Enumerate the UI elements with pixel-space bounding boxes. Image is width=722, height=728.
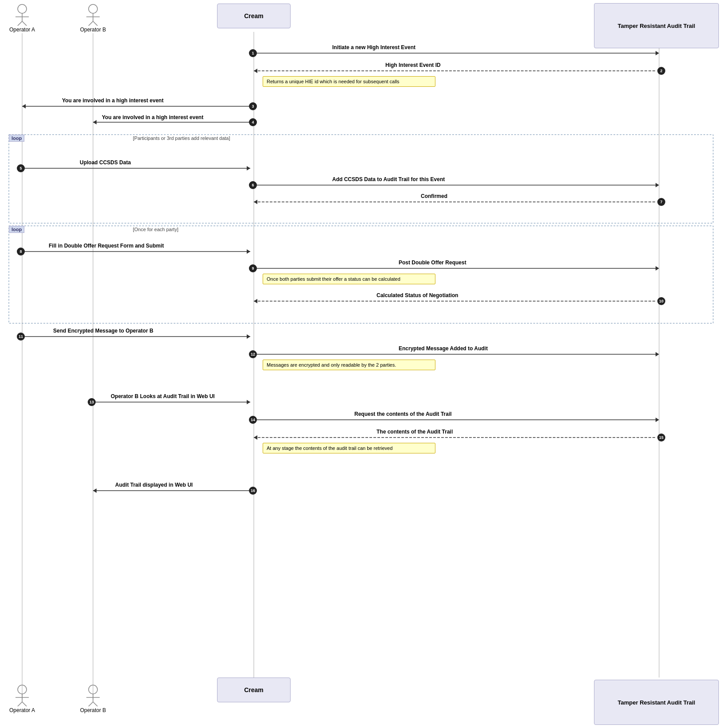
svg-line-47 xyxy=(93,21,98,26)
step-12-num: 12 xyxy=(249,350,257,358)
loop-2-condition: [Once for each party] xyxy=(133,227,179,232)
actor-operator-b-top: Operator B xyxy=(79,4,107,33)
step-12-label: Encrypted Message Added to Audit xyxy=(399,345,488,352)
actor-label-opA-top: Operator A xyxy=(8,27,36,33)
step-16-label: Audit Trail displayed in Web UI xyxy=(115,482,193,488)
svg-line-51 xyxy=(17,702,22,706)
svg-line-42 xyxy=(22,21,27,26)
svg-marker-31 xyxy=(247,400,250,404)
svg-marker-17 xyxy=(656,183,659,187)
svg-line-57 xyxy=(93,702,98,706)
svg-marker-9 xyxy=(254,69,257,73)
svg-marker-37 xyxy=(93,488,97,493)
svg-marker-13 xyxy=(93,120,97,124)
step-14-label: Request the contents of the Audit Trail xyxy=(354,411,452,417)
svg-marker-25 xyxy=(254,299,257,303)
step-11-num: 11 xyxy=(17,333,25,341)
step-1-num: 1 xyxy=(249,49,257,57)
svg-marker-19 xyxy=(254,200,257,204)
step-3-label: You are involved in a high interest even… xyxy=(62,97,163,104)
step-6-num: 6 xyxy=(249,181,257,189)
actor-label-opA-bottom: Operator A xyxy=(8,707,36,713)
step-8-num: 8 xyxy=(17,248,25,256)
actor-audit-top: Tamper Resistant Audit Trail xyxy=(594,3,719,48)
svg-line-56 xyxy=(88,702,93,706)
svg-marker-23 xyxy=(656,266,659,271)
actor-label-opB-top: Operator B xyxy=(79,27,107,33)
step-13-label: Operator B Looks at Audit Trail in Web U… xyxy=(111,393,215,399)
sequence-diagram: Operator A Operator B Cream Tamper Resis… xyxy=(0,0,722,728)
step-4-num: 4 xyxy=(249,118,257,126)
actor-operator-a-top: Operator A xyxy=(8,4,36,33)
step-13-num: 13 xyxy=(88,398,96,406)
actor-label-opB-bottom: Operator B xyxy=(79,707,107,713)
step-4-label: You are involved in a high interest even… xyxy=(102,114,203,120)
svg-line-46 xyxy=(88,21,93,26)
actor-cream-top: Cream xyxy=(217,4,291,28)
step-2-label: High Interest Event ID xyxy=(385,62,441,68)
loop-2-label: loop xyxy=(9,226,24,233)
svg-point-53 xyxy=(89,685,97,694)
svg-marker-29 xyxy=(656,352,659,356)
svg-point-43 xyxy=(89,4,97,13)
step-9-num: 9 xyxy=(249,264,257,272)
step-8-label: Fill in Double Offer Request Form and Su… xyxy=(49,243,164,249)
step-14-num: 14 xyxy=(249,416,257,424)
actor-audit-bottom: Tamper Resistant Audit Trail xyxy=(594,680,719,725)
note-encrypted: Messages are encrypted and only readable… xyxy=(263,360,435,370)
step-16-num: 16 xyxy=(249,487,257,495)
step-5-num: 5 xyxy=(17,164,25,172)
svg-point-48 xyxy=(18,685,27,694)
svg-point-38 xyxy=(18,4,27,13)
actor-operator-b-bottom: Operator B xyxy=(79,684,107,713)
svg-marker-15 xyxy=(247,166,250,170)
step-2-num: 2 xyxy=(657,67,665,75)
step-1-label: Initiate a new High Interest Event xyxy=(332,44,415,50)
step-7-label: Confirmed xyxy=(421,193,447,199)
step-11-label: Send Encrypted Message to Operator B xyxy=(53,328,153,334)
loop-1-label: loop xyxy=(9,135,24,142)
svg-marker-27 xyxy=(247,334,250,339)
svg-line-41 xyxy=(17,21,22,26)
note-double-offer: Once both parties submit their offer a s… xyxy=(263,274,435,284)
step-5-label: Upload CCSDS Data xyxy=(80,159,131,166)
step-3-num: 3 xyxy=(249,102,257,110)
svg-marker-35 xyxy=(254,435,257,440)
svg-marker-7 xyxy=(656,51,659,55)
step-15-label: The contents of the Audit Trail xyxy=(377,429,453,435)
svg-marker-33 xyxy=(656,418,659,422)
actor-operator-a-bottom: Operator A xyxy=(8,684,36,713)
actor-cream-bottom: Cream xyxy=(217,678,291,702)
step-10-num: 10 xyxy=(657,297,665,305)
step-10-label: Calculated Status of Negotiation xyxy=(377,292,458,298)
note-hie-id: Returns a unique HIE id which is needed … xyxy=(263,76,435,87)
loop-1-condition: [Participants or 3rd parties add relevan… xyxy=(133,136,230,141)
step-9-label: Post Double Offer Request xyxy=(399,259,466,266)
svg-marker-21 xyxy=(247,249,250,254)
note-audit-contents: At any stage the contents of the audit t… xyxy=(263,443,435,453)
step-15-num: 15 xyxy=(657,434,665,441)
step-6-label: Add CCSDS Data to Audit Trail for this E… xyxy=(332,176,445,182)
step-7-num: 7 xyxy=(657,198,665,206)
svg-marker-11 xyxy=(22,104,26,108)
svg-line-52 xyxy=(22,702,27,706)
